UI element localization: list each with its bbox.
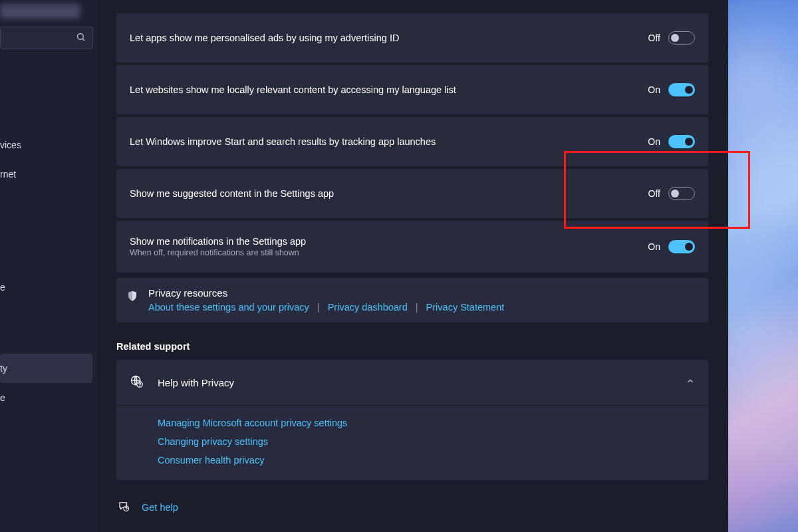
svg-line-1 [82, 39, 84, 41]
setting-title: Let websites show me locally relevant co… [130, 84, 648, 95]
setting-title: Show me suggested content in the Setting… [130, 188, 648, 199]
sidebar-item[interactable]: e [0, 383, 96, 412]
setting-title: Let apps show me personalised ads by usi… [130, 33, 648, 43]
get-help-link[interactable]: Get help [142, 502, 178, 513]
link-privacy-dashboard[interactable]: Privacy dashboard [328, 302, 408, 313]
setting-row-suggested-content: Show me suggested content in the Setting… [116, 169, 708, 218]
toggle-state-label: On [648, 84, 660, 95]
setting-row-advertising-id: Let apps show me personalised ads by usi… [116, 13, 708, 63]
get-help-icon [118, 500, 130, 515]
shield-icon [126, 289, 139, 303]
settings-sidebar: vices rnet e ty e [0, 0, 96, 532]
settings-content: Let apps show me personalised ads by usi… [96, 0, 728, 532]
sidebar-item[interactable]: vices [0, 130, 96, 160]
sidebar-item-label: e [0, 282, 5, 293]
link-about-settings[interactable]: About these settings and your privacy [148, 302, 309, 313]
setting-row-language-list: Let websites show me locally relevant co… [116, 65, 708, 114]
sidebar-item[interactable]: e [0, 273, 96, 302]
get-help-row: Get help [116, 500, 708, 515]
sidebar-item-label: ty [0, 363, 7, 374]
chevron-up-icon [686, 376, 695, 388]
toggle-language-list[interactable] [668, 83, 695, 96]
sidebar-item-privacy[interactable]: ty [0, 354, 92, 383]
svg-point-4 [140, 386, 140, 386]
link-privacy-statement[interactable]: Privacy Statement [426, 302, 505, 313]
setting-row-settings-notifications: Show me notifications in the Settings ap… [116, 221, 708, 273]
toggle-suggested-content[interactable] [668, 187, 695, 200]
setting-title: Let Windows improve Start and search res… [130, 136, 648, 147]
toggle-state-label: On [648, 136, 660, 147]
sidebar-item-label: rnet [0, 169, 16, 180]
sidebar-item[interactable]: rnet [0, 160, 96, 189]
sidebar-item-label: vices [0, 140, 21, 150]
toggle-settings-notifications[interactable] [668, 240, 695, 253]
desktop-wallpaper [728, 0, 798, 532]
toggle-state-label: On [648, 241, 660, 252]
separator: | [317, 302, 320, 313]
globe-help-icon [130, 374, 143, 390]
profile-blurred [0, 4, 96, 19]
setting-subtitle: When off, required notifications are sti… [130, 248, 648, 257]
privacy-resources-title: Privacy resources [148, 287, 695, 299]
svg-point-6 [126, 510, 126, 511]
related-support-heading: Related support [116, 341, 708, 352]
help-link[interactable]: Changing privacy settings [158, 436, 695, 447]
privacy-resources-card: Privacy resources About these settings a… [116, 278, 708, 323]
setting-title: Show me notifications in the Settings ap… [130, 236, 648, 247]
svg-point-0 [78, 33, 84, 39]
help-with-privacy-title: Help with Privacy [158, 377, 671, 388]
toggle-advertising-id[interactable] [668, 31, 695, 45]
search-input[interactable] [0, 27, 93, 49]
sidebar-item-label: e [0, 392, 5, 403]
help-link[interactable]: Consumer health privacy [158, 455, 695, 466]
search-icon [76, 32, 86, 45]
toggle-app-launches[interactable] [668, 135, 695, 148]
toggle-state-label: Off [648, 33, 660, 43]
toggle-state-label: Off [648, 188, 660, 199]
help-link[interactable]: Managing Microsoft account privacy setti… [158, 418, 695, 428]
separator: | [416, 302, 418, 313]
help-with-privacy-card: Help with Privacy Managing Microsoft acc… [116, 360, 708, 480]
help-with-privacy-body: Managing Microsoft account privacy setti… [116, 405, 708, 480]
setting-row-app-launches: Let Windows improve Start and search res… [116, 117, 708, 166]
help-with-privacy-header[interactable]: Help with Privacy [116, 360, 708, 405]
